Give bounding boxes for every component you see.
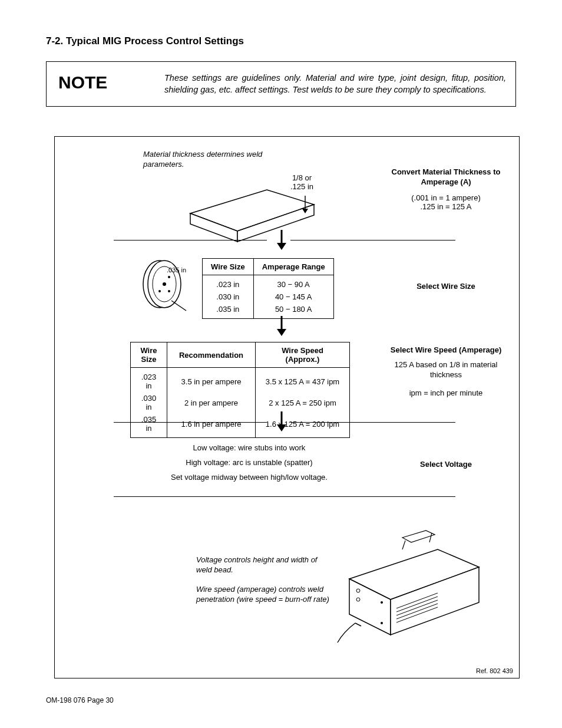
table-cell: 3.5 x 125 A = 437 ipm bbox=[256, 368, 350, 393]
svg-point-31 bbox=[381, 601, 383, 604]
step3-side-line2: ipm = inch per minute bbox=[385, 388, 507, 397]
table-cell: .030 in bbox=[203, 291, 254, 303]
table-cell: 2 in per ampere bbox=[167, 392, 256, 413]
th-amp-range: Amperage Range bbox=[253, 259, 333, 275]
svg-point-11 bbox=[158, 290, 161, 292]
voltage-line: Low voltage: wire stubs into work bbox=[114, 441, 385, 456]
table-cell: 40 − 145 A bbox=[253, 291, 333, 303]
step3-side-title: Select Wire Speed (Amperage) bbox=[385, 345, 507, 355]
th-wire-size: Wire Size bbox=[131, 342, 167, 368]
down-arrow-icon bbox=[276, 316, 287, 336]
wire-speed-table: Wire Size Recommendation Wire Speed (App… bbox=[130, 342, 350, 438]
table-cell: .035 in bbox=[131, 413, 167, 438]
wire-size-table: Wire SizeAmperage Range .023 in30 − 90 A… bbox=[202, 258, 334, 319]
table-cell: .023 in bbox=[203, 275, 254, 291]
divider bbox=[290, 422, 455, 423]
divider bbox=[290, 240, 455, 241]
svg-point-13 bbox=[168, 276, 170, 278]
step1-side-line2: .125 in = 125 A bbox=[385, 202, 507, 211]
step5-caption1: Voltage controls height and width of wel… bbox=[196, 555, 332, 575]
table-cell: .030 in bbox=[131, 392, 167, 413]
step5-caption2: Wire speed (amperage) controls weld pene… bbox=[196, 585, 343, 605]
svg-point-32 bbox=[381, 622, 383, 624]
svg-point-10 bbox=[163, 282, 166, 286]
step1-side-line1: (.001 in = 1 ampere) bbox=[385, 193, 507, 202]
table-cell: 50 − 180 A bbox=[253, 303, 333, 319]
voltage-line: High voltage: arc is unstable (spatter) bbox=[114, 456, 385, 470]
divider bbox=[114, 422, 267, 423]
welder-machine-icon bbox=[326, 508, 491, 644]
svg-line-22 bbox=[402, 541, 405, 549]
th-recommendation: Recommendation bbox=[167, 342, 256, 368]
step1-side-title: Convert Material Thickness to Amperage (… bbox=[385, 167, 507, 187]
svg-marker-17 bbox=[277, 424, 286, 431]
down-arrow-icon bbox=[276, 411, 287, 431]
wire-spool-icon bbox=[136, 255, 195, 314]
th-wire-size: Wire Size bbox=[203, 259, 254, 275]
down-arrow-icon bbox=[276, 230, 287, 250]
table-cell: 2 x 125 A = 250 ipm bbox=[256, 392, 350, 413]
page-footer: OM-198 076 Page 30 bbox=[46, 696, 114, 704]
spool-label: .035 in bbox=[167, 266, 186, 274]
reference-number: Ref. 802 439 bbox=[476, 667, 513, 674]
note-box: NOTE These settings are guidelines only.… bbox=[46, 61, 516, 107]
svg-marker-4 bbox=[302, 209, 308, 213]
table-cell: 3.5 in per ampere bbox=[167, 368, 256, 393]
note-label: NOTE bbox=[47, 62, 164, 103]
table-cell: .035 in bbox=[203, 303, 254, 319]
voltage-line: Set voltage midway between high/low volt… bbox=[114, 470, 385, 485]
svg-marker-15 bbox=[277, 329, 286, 336]
step3-side-line1: 125 A based on 1/8 in material thickness bbox=[385, 360, 507, 380]
section-title: 7-2. Typical MIG Process Control Setting… bbox=[46, 35, 516, 47]
svg-marker-6 bbox=[277, 243, 286, 250]
thickness-arrow-icon bbox=[301, 196, 309, 213]
step2-side-title: Select Wire Size bbox=[385, 282, 507, 291]
step4-side-title: Select Voltage bbox=[385, 460, 507, 469]
divider bbox=[114, 496, 455, 497]
table-cell: 1.6 in per ampere bbox=[167, 413, 256, 438]
table-cell: 1.6 x 125 A = 200 ipm bbox=[256, 413, 350, 438]
table-cell: 30 − 90 A bbox=[253, 275, 333, 291]
flow-diagram: Material thickness determines weld param… bbox=[54, 136, 520, 678]
divider bbox=[114, 240, 267, 241]
thickness-label: 1/8 or .125 in bbox=[290, 173, 313, 191]
note-text: These settings are guidelines only. Mate… bbox=[164, 62, 515, 106]
th-wire-speed: Wire Speed (Approx.) bbox=[256, 342, 350, 368]
svg-point-12 bbox=[168, 290, 170, 292]
step1-caption: Material thickness determines weld param… bbox=[143, 150, 279, 170]
table-cell: .023 in bbox=[131, 368, 167, 393]
